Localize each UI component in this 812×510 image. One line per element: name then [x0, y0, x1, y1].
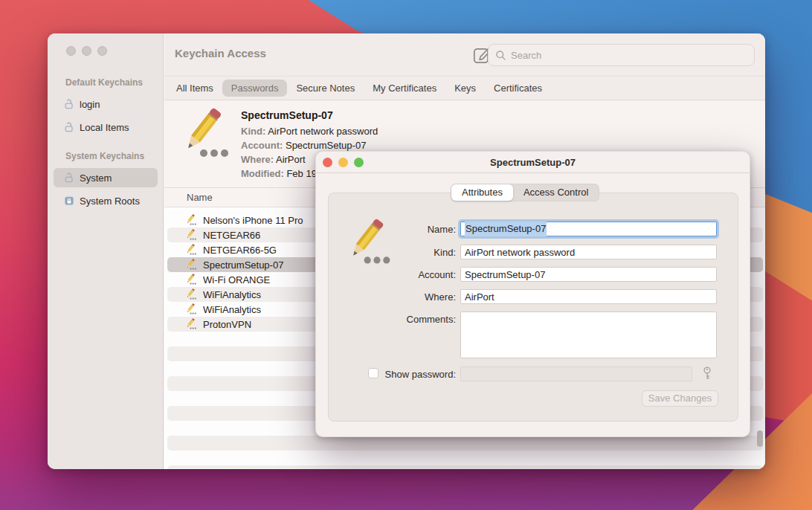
network-password-pencil-icon: [178, 108, 232, 161]
list-item-label: Nelson's iPhone 11 Pro: [203, 215, 303, 226]
sidebar-item-system[interactable]: System: [54, 168, 158, 187]
tab-keys[interactable]: Keys: [454, 83, 476, 94]
search-input[interactable]: [511, 50, 747, 61]
password-pencil-icon: [185, 214, 197, 226]
name-field[interactable]: SpectrumSetup-07: [460, 222, 717, 236]
sidebar: Default Keychains login Local Items Syst…: [48, 33, 164, 469]
lock-badge-icon: [64, 196, 74, 206]
sidebar-section-system-keychains: System Keychains: [65, 151, 144, 161]
empty-row-stripe: [167, 436, 763, 451]
account-field[interactable]: [460, 267, 717, 282]
selected-text: SpectrumSetup-07: [465, 222, 547, 236]
dialog-titlebar: SpectrumSetup-07: [316, 152, 750, 173]
tab-access-control[interactable]: Access Control: [513, 184, 599, 201]
password-pencil-icon: [185, 303, 197, 315]
sidebar-item-local-items[interactable]: Local Items: [54, 117, 158, 137]
kind-field[interactable]: [460, 245, 717, 259]
sidebar-item-system-roots[interactable]: System Roots: [54, 191, 158, 210]
search-icon: [495, 50, 506, 61]
sidebar-item-label: System: [80, 172, 112, 184]
window-title: Keychain Access: [175, 47, 266, 59]
list-item-label: WiFiAnalytics: [203, 289, 261, 300]
kind-label: Kind:: [337, 247, 456, 258]
password-pencil-icon: [185, 318, 197, 330]
where-field[interactable]: [460, 289, 717, 304]
list-item-label: WiFiAnalytics: [203, 304, 261, 315]
list-item-label: NETGEAR66-5G: [203, 245, 277, 256]
detail-kind: Kind: AirPort network password: [241, 124, 378, 138]
comments-field[interactable]: [460, 312, 717, 358]
list-item-label: Wi-Fi ORANGE: [203, 274, 270, 285]
comments-label: Comments:: [337, 314, 456, 325]
column-header-name[interactable]: Name: [187, 192, 213, 203]
window-controls: [66, 46, 107, 56]
minimize-button[interactable]: [82, 46, 91, 56]
category-tabbar: All Items Passwords Secure Notes My Cert…: [164, 76, 765, 100]
sidebar-section-default-keychains: Default Keychains: [65, 77, 143, 88]
sidebar-item-label: Local Items: [80, 122, 129, 133]
lock-open-icon: [64, 172, 74, 183]
item-attributes-dialog: SpectrumSetup-07 Attributes Access Contr…: [315, 151, 750, 437]
password-field[interactable]: [460, 367, 692, 381]
close-button[interactable]: [66, 46, 76, 56]
tab-all-items[interactable]: All Items: [176, 83, 213, 94]
sidebar-item-label: System Roots: [80, 196, 140, 207]
vertical-scrollbar-thumb[interactable]: [757, 430, 763, 447]
list-item-label: ProtonVPN: [203, 319, 251, 330]
name-label: Name:: [337, 224, 456, 235]
empty-row-stripe: [167, 465, 763, 469]
zoom-button[interactable]: [97, 46, 107, 56]
list-item-label: SpectrumSetup-07: [203, 259, 283, 271]
sidebar-item-label: login: [80, 99, 100, 110]
password-pencil-icon: [185, 259, 197, 271]
show-password-label: Show password:: [337, 369, 456, 380]
search-field[interactable]: [488, 44, 755, 66]
tab-attributes[interactable]: Attributes: [451, 184, 513, 201]
desktop: Default Keychains login Local Items Syst…: [0, 0, 812, 510]
list-item-label: NETGEAR66: [203, 230, 260, 241]
tab-secure-notes[interactable]: Secure Notes: [296, 83, 355, 94]
key-icon: [701, 366, 713, 382]
password-pencil-icon: [185, 229, 197, 241]
dialog-tabs: Attributes Access Control: [451, 184, 599, 201]
tab-passwords[interactable]: Passwords: [222, 80, 288, 97]
toolbar: Keychain Access: [164, 33, 765, 76]
password-pencil-icon: [185, 274, 197, 285]
lock-open-icon: [64, 99, 74, 109]
tab-certificates[interactable]: Certificates: [494, 83, 542, 94]
account-label: Account:: [337, 269, 456, 280]
password-pencil-icon: [185, 244, 197, 256]
dialog-title: SpectrumSetup-07: [316, 157, 750, 168]
password-pencil-icon: [185, 288, 197, 300]
sidebar-item-login[interactable]: login: [54, 94, 158, 114]
item-detail-title: SpectrumSetup-07: [241, 109, 378, 123]
tab-my-certificates[interactable]: My Certificates: [373, 83, 436, 94]
save-changes-button[interactable]: Save Changes: [642, 390, 718, 407]
where-label: Where:: [337, 291, 456, 303]
lock-open-icon: [64, 122, 74, 132]
